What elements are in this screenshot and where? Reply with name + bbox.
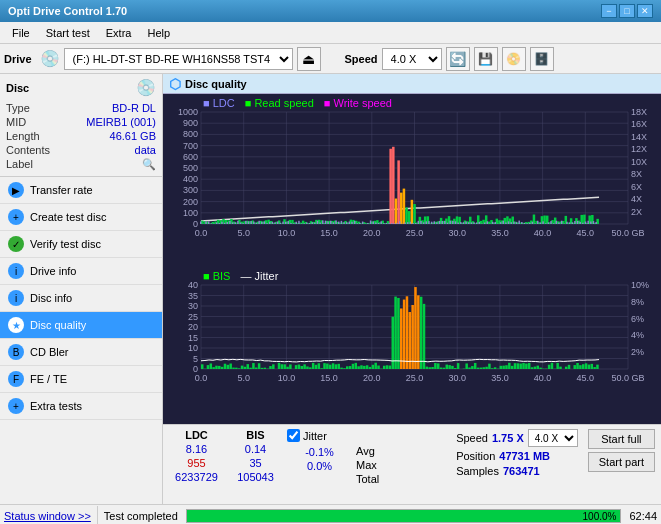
drivebar: Drive 💿 (F:) HL-DT-ST BD-RE WH16NS58 TST…: [0, 44, 661, 74]
disc-label-label: Label: [6, 158, 33, 171]
status-window-button[interactable]: Status window >>: [4, 510, 91, 522]
disc-contents-value: data: [135, 144, 156, 156]
disc-mid-value: MEIRB1 (001): [86, 116, 156, 128]
top-chart-canvas: [163, 94, 658, 242]
row-labels: Avg Max Total: [356, 445, 379, 485]
legend-bis: ■ BIS: [203, 270, 230, 282]
disc-quality-icon: ★: [8, 317, 24, 333]
legend-jitter: — Jitter: [240, 270, 278, 282]
disc-mid-row: MID MEIRB1 (001): [6, 115, 156, 129]
eject-button[interactable]: ⏏: [297, 47, 321, 71]
speed-label: Speed: [345, 53, 378, 65]
start-part-button[interactable]: Start part: [588, 452, 655, 472]
menubar: File Start test Extra Help: [0, 22, 661, 44]
speed-select2[interactable]: 4.0 X: [528, 429, 578, 447]
fe-te-icon: F: [8, 371, 24, 387]
sidebar: Disc 💿 Type BD-R DL MID MEIRB1 (001) Len…: [0, 74, 163, 504]
disc-type-label: Type: [6, 102, 30, 114]
speed-value: 1.75 X: [492, 432, 524, 444]
legend-write-speed: ■ Write speed: [324, 97, 392, 109]
bottom-chart-canvas: [163, 267, 658, 387]
statusbar: Status window >> Test completed 100.0% 6…: [0, 504, 661, 524]
sidebar-item-transfer-rate[interactable]: ▶ Transfer rate: [0, 177, 162, 204]
dq-title: Disc quality: [185, 78, 247, 90]
jitter-checkbox[interactable]: [287, 429, 300, 442]
sidebar-item-extra-tests-label: Extra tests: [30, 400, 82, 412]
start-buttons: Start full Start part: [588, 429, 655, 472]
sidebar-item-verify-test-disc[interactable]: ✓ Verify test disc: [0, 231, 162, 258]
ldc-stats: LDC 8.16 955 6233729: [169, 429, 224, 483]
ldc-total: 6233729: [169, 471, 224, 483]
sidebar-item-create-test-disc-label: Create test disc: [30, 211, 106, 223]
disc-quality-header: ⬡ Disc quality: [163, 74, 661, 94]
avg-label: Avg: [356, 445, 379, 457]
menu-extra[interactable]: Extra: [98, 25, 140, 41]
progress-bar: [187, 510, 621, 522]
sidebar-item-create-test-disc[interactable]: + Create test disc: [0, 204, 162, 231]
write-button[interactable]: 💾: [474, 47, 498, 71]
dq-icon: ⬡: [169, 76, 181, 92]
drive-select[interactable]: (F:) HL-DT-ST BD-RE WH16NS58 TST4: [64, 48, 293, 70]
sidebar-item-fe-te[interactable]: F FE / TE: [0, 366, 162, 393]
drive-info-icon: i: [8, 263, 24, 279]
sidebar-item-disc-quality-label: Disc quality: [30, 319, 86, 331]
disc-info-icon: i: [8, 290, 24, 306]
position-row: Position 47731 MB: [456, 450, 578, 462]
maximize-button[interactable]: □: [619, 4, 635, 18]
drive-disc-icon: 💿: [40, 49, 60, 68]
bis-avg: 0.14: [228, 443, 283, 455]
sidebar-item-cd-bler[interactable]: B CD Bler: [0, 339, 162, 366]
speed-select[interactable]: 4.0 X 1.0 X 2.0 X 6.0 X 8.0 X: [382, 48, 442, 70]
bis-header: BIS: [228, 429, 283, 441]
progress-bar-container: 100.0%: [186, 509, 622, 523]
drive-label: Drive: [4, 53, 32, 65]
minimize-button[interactable]: −: [601, 4, 617, 18]
main-area: Disc 💿 Type BD-R DL MID MEIRB1 (001) Len…: [0, 74, 661, 504]
disc-type-row: Type BD-R DL: [6, 101, 156, 115]
menu-start-test[interactable]: Start test: [38, 25, 98, 41]
extra-tests-icon: +: [8, 398, 24, 414]
statusbar-divider: [97, 506, 98, 525]
top-legend: ■ LDC ■ Read speed ■ Write speed: [203, 97, 392, 109]
disc-length-label: Length: [6, 130, 40, 142]
status-text: Test completed: [104, 510, 178, 522]
speed-position-info: Speed 1.75 X 4.0 X Position 47731 MB Sam…: [456, 429, 578, 477]
sidebar-item-drive-info[interactable]: i Drive info: [0, 258, 162, 285]
sidebar-item-drive-info-label: Drive info: [30, 265, 76, 277]
jitter-stats: Jitter -0.1% 0.0%: [287, 429, 352, 472]
top-chart-area: ■ LDC ■ Read speed ■ Write speed: [163, 94, 661, 267]
close-button[interactable]: ✕: [637, 4, 653, 18]
refresh-button[interactable]: 🔄: [446, 47, 470, 71]
disc-type-value: BD-R DL: [112, 102, 156, 114]
bis-max: 35: [228, 457, 283, 469]
sidebar-item-extra-tests[interactable]: + Extra tests: [0, 393, 162, 420]
transfer-rate-icon: ▶: [8, 182, 24, 198]
start-full-button[interactable]: Start full: [588, 429, 655, 449]
sidebar-item-disc-info[interactable]: i Disc info: [0, 285, 162, 312]
bottom-legend: ■ BIS — Jitter: [203, 270, 278, 282]
total-label: Total: [356, 473, 379, 485]
disc-contents-row: Contents data: [6, 143, 156, 157]
content-area: ⬡ Disc quality ■ LDC ■ Read speed ■ Writ…: [163, 74, 661, 504]
jitter-avg: -0.1%: [287, 446, 352, 458]
time-display: 62:44: [629, 510, 657, 522]
progress-text: 100.0%: [583, 510, 617, 524]
ldc-avg: 8.16: [169, 443, 224, 455]
disc-mid-label: MID: [6, 116, 26, 128]
max-label: Max: [356, 459, 379, 471]
sidebar-item-disc-info-label: Disc info: [30, 292, 72, 304]
save-button[interactable]: 🗄️: [530, 47, 554, 71]
disc-panel-icon: 💿: [136, 78, 156, 97]
sidebar-item-disc-quality[interactable]: ★ Disc quality: [0, 312, 162, 339]
stats-bar: LDC 8.16 955 6233729 BIS 0.14 35 105043 …: [163, 424, 661, 504]
disc-length-value: 46.61 GB: [110, 130, 156, 142]
menu-help[interactable]: Help: [139, 25, 178, 41]
position-value: 47731 MB: [499, 450, 550, 462]
position-label: Position: [456, 450, 495, 462]
read-button[interactable]: 📀: [502, 47, 526, 71]
bis-stats: BIS 0.14 35 105043: [228, 429, 283, 483]
titlebar: Opti Drive Control 1.70 − □ ✕: [0, 0, 661, 22]
legend-ldc: ■ LDC: [203, 97, 235, 109]
legend-read-speed: ■ Read speed: [245, 97, 314, 109]
menu-file[interactable]: File: [4, 25, 38, 41]
